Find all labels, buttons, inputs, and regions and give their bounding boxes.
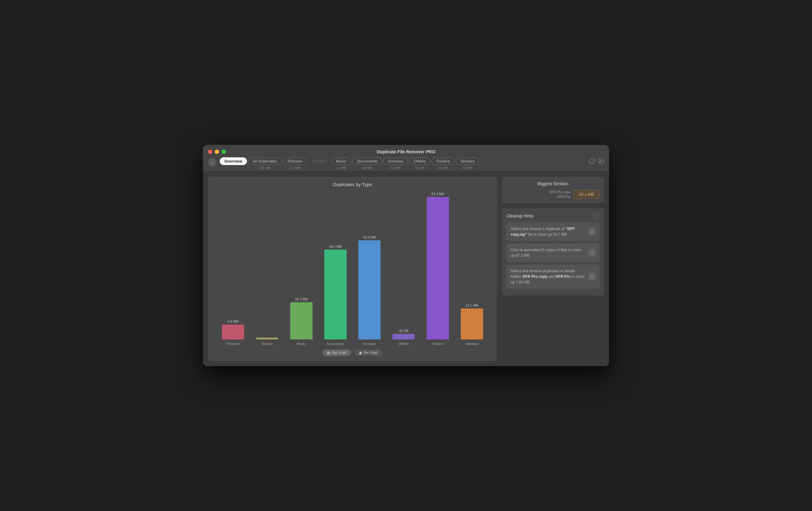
hint-text-3: Select and remove duplicates in similar … bbox=[511, 268, 585, 285]
tab-group-pictures: Pictures 6.6 MB bbox=[283, 157, 307, 171]
bar-label-bottom-others: Others bbox=[399, 342, 409, 346]
tab-music-size: 17 MB bbox=[337, 166, 346, 171]
tab-group-overview: Overview bbox=[220, 157, 247, 168]
nav-right: i bbox=[589, 158, 604, 167]
bar-group-archives: 53.4 MB Archives bbox=[352, 235, 386, 346]
biggest-similars-row: DFR Pro copy DFR Pro 14.1 MB bbox=[506, 190, 600, 199]
tab-documents[interactable]: Documents bbox=[352, 157, 382, 165]
tab-others[interactable]: Others bbox=[409, 157, 430, 165]
hint-item-3[interactable]: Select and remove duplicates in similar … bbox=[506, 265, 600, 289]
pie-chart-icon: ◕ bbox=[359, 351, 362, 355]
pie-chart-button[interactable]: ◕ Pie chart bbox=[354, 349, 382, 356]
pie-chart-label: Pie chart bbox=[363, 351, 378, 355]
biggest-similars-card: Biggest Similars DFR Pro copy DFR Pro 14… bbox=[502, 177, 604, 203]
bar-group-music: 16.7 MB Music bbox=[284, 297, 318, 346]
chart-panel: Duplicates by Type 6.6 MB Pictures Movie… bbox=[208, 177, 497, 361]
tab-overview[interactable]: Overview bbox=[220, 157, 247, 165]
bar-group-movies: Movies bbox=[250, 336, 284, 346]
rss-button[interactable] bbox=[598, 158, 604, 164]
bar-group-similars: 14.1 MB Similars bbox=[455, 303, 489, 346]
bar-label-top-others: 41 KB bbox=[399, 329, 408, 332]
bar-group-documents: 48.1 MB Documents bbox=[318, 245, 352, 346]
minimize-button[interactable] bbox=[215, 150, 219, 154]
close-button[interactable] bbox=[208, 150, 212, 154]
bar-label-top-music: 16.7 MB bbox=[295, 297, 308, 301]
bar-label-top-pictures: 6.6 MB bbox=[228, 320, 239, 323]
hint-item-1[interactable]: Select and remove 1 duplicate of "DFF co… bbox=[506, 222, 600, 241]
tab-similars-size: 14 MB bbox=[463, 166, 472, 171]
bs-label: DFR Pro copy DFR Pro bbox=[506, 190, 571, 199]
cleanup-hints-card: Cleanup Hints › Select and remove 1 dupl… bbox=[502, 208, 604, 295]
bar-chart-icon: ▦ bbox=[327, 351, 330, 355]
tab-archives[interactable]: Archives bbox=[383, 157, 408, 165]
bar-chart-label: Bar chart bbox=[332, 351, 347, 355]
titlebar: Duplicate File Remover PRO ‹ Overview Al… bbox=[203, 145, 609, 172]
nav-tabs: ‹ Overview All Duplicates 216 MB Picture… bbox=[208, 157, 604, 171]
sidebar: Biggest Similars DFR Pro copy DFR Pro 14… bbox=[502, 177, 604, 361]
tab-similars[interactable]: Similars bbox=[456, 157, 479, 165]
bs-value: 14.1 MB bbox=[573, 190, 600, 199]
bar-archives[interactable] bbox=[358, 240, 381, 340]
tab-group-others: Others 41 KB bbox=[409, 157, 430, 171]
chart-area: 6.6 MB Pictures Movies 16.7 MB Music bbox=[213, 192, 492, 346]
bar-label-top-similars: 14.1 MB bbox=[465, 303, 478, 307]
svg-point-3 bbox=[600, 162, 600, 163]
tab-group-music: Music 17 MB bbox=[331, 157, 351, 171]
window-title: Duplicate File Remover PRO bbox=[377, 149, 435, 154]
tab-music[interactable]: Music bbox=[331, 157, 351, 165]
tab-group-all-duplicates: All Duplicates 216 MB bbox=[248, 157, 282, 171]
tab-group-archives: Archives 53 MB bbox=[383, 157, 408, 171]
chart-title: Duplicates by Type bbox=[213, 182, 492, 187]
bar-group-folders: 91.3 MB Folders bbox=[421, 192, 455, 346]
bar-label-bottom-archives: Archives bbox=[363, 342, 376, 346]
tab-group-similars: Similars 14 MB bbox=[456, 157, 479, 171]
bar-label-bottom-similars: Similars bbox=[466, 342, 478, 346]
main-content: Duplicates by Type 6.6 MB Pictures Movie… bbox=[203, 172, 609, 366]
svg-point-2 bbox=[598, 158, 604, 164]
bar-movies[interactable] bbox=[256, 338, 278, 340]
hint-arrow-1: › bbox=[588, 228, 596, 235]
bs-label-1: DFR Pro copy bbox=[506, 190, 571, 194]
tab-folders[interactable]: Folders bbox=[432, 157, 454, 165]
tab-others-size: 41 KB bbox=[415, 166, 425, 171]
bar-label-bottom-movies: Movies bbox=[262, 342, 272, 346]
hint-arrow-2: › bbox=[588, 249, 596, 256]
tab-group-folders: Folders 91 MB bbox=[432, 157, 454, 171]
bar-folders[interactable] bbox=[427, 197, 449, 340]
tab-pictures[interactable]: Pictures bbox=[283, 157, 307, 165]
tab-pictures-size: 6.6 MB bbox=[290, 166, 300, 171]
bar-label-bottom-pictures: Pictures bbox=[227, 342, 239, 346]
bar-pictures[interactable] bbox=[222, 325, 244, 340]
svg-text:i: i bbox=[592, 159, 593, 163]
bar-label-bottom-documents: Documents bbox=[327, 342, 344, 346]
bar-chart-button[interactable]: ▦ Bar chart bbox=[322, 349, 351, 356]
tab-all-duplicates-size: 216 MB bbox=[259, 166, 271, 171]
tab-group-movies: Movies bbox=[308, 157, 330, 168]
bar-label-top-folders: 91.3 MB bbox=[431, 192, 444, 196]
bar-similars[interactable] bbox=[461, 308, 483, 340]
hint-text-1: Select and remove 1 duplicate of "DFF co… bbox=[511, 226, 585, 237]
biggest-similars-title: Biggest Similars bbox=[506, 181, 600, 186]
window-controls bbox=[208, 150, 226, 154]
bar-label-top-archives: 53.4 MB bbox=[363, 235, 376, 239]
bar-others[interactable] bbox=[393, 334, 415, 340]
cleanup-hints-chevron[interactable]: › bbox=[593, 212, 600, 219]
hint-item-2[interactable]: Click to autoselect 6 copies of files to… bbox=[506, 243, 600, 262]
maximize-button[interactable] bbox=[222, 150, 226, 154]
cleanup-hints-title: Cleanup Hints bbox=[506, 213, 533, 218]
tab-folders-size: 91 MB bbox=[438, 166, 448, 171]
bar-music[interactable] bbox=[290, 302, 313, 340]
bar-group-others: 41 KB Others bbox=[386, 329, 420, 346]
tab-movies[interactable]: Movies bbox=[308, 157, 330, 165]
bar-label-bottom-folders: Folders bbox=[432, 342, 443, 346]
main-window: Duplicate File Remover PRO ‹ Overview Al… bbox=[203, 145, 609, 366]
tab-archives-size: 53 MB bbox=[390, 166, 400, 171]
back-button[interactable]: ‹ bbox=[208, 158, 216, 167]
hint-arrow-3: › bbox=[588, 273, 596, 280]
bar-label-top-documents: 48.1 MB bbox=[329, 245, 342, 248]
cleanup-hints-header: Cleanup Hints › bbox=[506, 212, 600, 219]
tab-all-duplicates[interactable]: All Duplicates bbox=[248, 157, 282, 165]
info-button[interactable]: i bbox=[589, 158, 596, 164]
bar-group-pictures: 6.6 MB Pictures bbox=[216, 320, 250, 346]
bar-documents[interactable] bbox=[324, 250, 347, 340]
